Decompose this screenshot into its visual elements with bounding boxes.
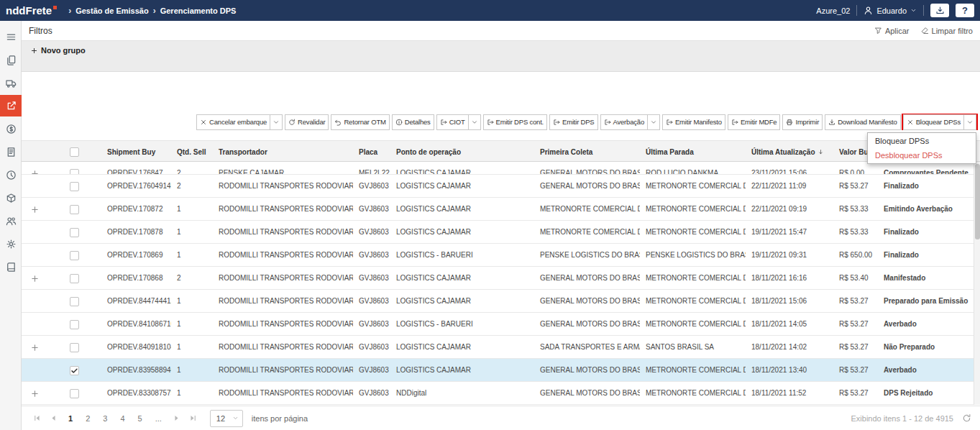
sidebar-item-emission[interactable] <box>0 95 22 116</box>
table-row[interactable]: OPRDEV.8330875791RODOMILLI TRANSPORTES R… <box>22 382 980 405</box>
user-menu[interactable]: Eduardo <box>864 6 917 15</box>
ciot-button[interactable]: CIOT <box>436 114 469 130</box>
column-header-primeira-coleta[interactable]: Primeira Coleta <box>534 141 640 163</box>
download-manifesto-button[interactable]: Download Manifesto <box>825 114 900 130</box>
dropdown-item-bloquear-dpss[interactable]: Bloquear DPSs <box>868 134 976 148</box>
column-header-transportador[interactable]: Transportador <box>213 141 353 163</box>
row-checkbox[interactable] <box>70 366 79 375</box>
sidebar-item-users[interactable] <box>0 210 22 232</box>
package-icon <box>6 193 17 203</box>
imprimir-button[interactable]: Imprimir <box>782 114 823 130</box>
page-size-select[interactable]: 12 <box>210 410 243 427</box>
ultima-atualizacao-cell: 18/11/2021 14:05 <box>746 313 833 336</box>
page-5-button[interactable]: 5 <box>133 414 147 423</box>
column-label: Transportador <box>219 148 267 156</box>
transportador-cell: RODOMILLI TRANSPORTES RODOVIARIOS L... <box>213 359 353 382</box>
revalidar-button[interactable]: Revalidar <box>285 114 329 130</box>
emitir-manifesto-button[interactable]: Emitir Manifesto <box>662 114 725 130</box>
next-page-button[interactable] <box>173 414 180 422</box>
row-checkbox[interactable] <box>70 320 79 329</box>
row-checkbox[interactable] <box>70 274 79 283</box>
row-checkbox[interactable] <box>70 343 79 352</box>
first-page-button[interactable] <box>33 414 41 422</box>
page-1-button[interactable]: 1 <box>63 414 78 423</box>
toolbar-group-detalhes: Detalhes <box>392 114 434 130</box>
expand-cell <box>22 382 47 405</box>
breadcrumb-item-gestao-de-emissao[interactable]: Gestão de Emissão <box>75 6 149 15</box>
column-header-shipment-buy[interactable]: Shipment Buy <box>101 141 171 163</box>
scrollbar-thumb[interactable] <box>975 164 980 239</box>
row-checkbox[interactable] <box>70 389 79 398</box>
column-header-checkbox[interactable] <box>47 141 101 163</box>
retornar-otm-button[interactable]: Retornar OTM <box>331 114 389 130</box>
expand-row-button[interactable] <box>30 343 40 352</box>
app-root: nddFrete › Gestão de Emissão › Gerenciam… <box>0 0 980 430</box>
table-row[interactable]: OPRDEV.8410867101RODOMILLI TRANSPORTES R… <box>22 313 980 336</box>
primeira-coleta-cell: METRONORTE COMERCIAL DE V... <box>534 221 640 244</box>
sidebar-item-clock[interactable] <box>0 164 22 186</box>
sidebar-item-package[interactable] <box>0 187 22 209</box>
table-row[interactable]: OPRDEV.1768472PENSKE CAJAMARMEL2L22LOGIS… <box>22 162 980 175</box>
emitir-dps-cont-button[interactable]: Emitir DPS cont. <box>483 114 547 130</box>
app-logo[interactable]: nddFrete <box>6 4 57 17</box>
sidebar-item-truck[interactable] <box>0 72 22 93</box>
bloquear-dpss-button[interactable]: Bloquear DPSs <box>903 114 964 130</box>
sidebar-item-menu[interactable] <box>0 26 22 47</box>
new-group-button[interactable]: Novo grupo <box>30 46 86 55</box>
page-2-button[interactable]: 2 <box>81 414 95 423</box>
sidebar-item-money[interactable] <box>0 118 22 139</box>
column-header-placa[interactable]: Placa <box>353 141 390 163</box>
averbacao-button[interactable]: Averbação <box>600 114 648 130</box>
vertical-scrollbar[interactable] <box>974 162 980 405</box>
row-checkbox[interactable] <box>70 205 79 214</box>
download-button[interactable] <box>930 4 949 17</box>
table-row[interactable]: OPRDEV.1708781RODOMILLI TRANSPORTES RODO… <box>22 221 980 244</box>
last-page-button[interactable] <box>189 414 197 422</box>
row-checkbox[interactable] <box>70 169 79 175</box>
help-button[interactable]: ? <box>956 4 974 17</box>
sidebar-item-settings[interactable] <box>0 233 22 255</box>
detalhes-button[interactable]: Detalhes <box>392 114 434 130</box>
row-checkbox[interactable] <box>70 228 79 237</box>
expand-row-button[interactable] <box>30 205 40 214</box>
emitir-dps-button[interactable]: Emitir DPS <box>549 114 597 130</box>
environment-label[interactable]: Azure_02 <box>816 6 850 15</box>
sidebar-item-invoice[interactable] <box>0 141 22 163</box>
table-row[interactable]: OPRDEV.1708691RODOMILLI TRANSPORTES RODO… <box>22 244 980 267</box>
expand-row-button[interactable] <box>30 169 40 175</box>
column-header-qtd-sell[interactable]: Qtd. Sell <box>171 141 213 163</box>
row-checkbox[interactable] <box>70 297 79 306</box>
export-icon <box>487 119 494 126</box>
row-checkbox[interactable] <box>70 251 79 260</box>
sidebar-item-book[interactable] <box>0 256 22 278</box>
select-all-checkbox[interactable] <box>70 147 79 157</box>
clear-filter-button[interactable]: Limpar filtro <box>921 27 973 35</box>
previous-page-button[interactable] <box>50 414 58 422</box>
averbacao-caret-button[interactable] <box>648 114 660 130</box>
column-header-ultima-parada[interactable]: Última Parada <box>640 141 746 163</box>
expand-row-button[interactable] <box>30 389 40 398</box>
bloquear-dpss-caret-button[interactable] <box>964 114 976 130</box>
emitir-mdfe-button[interactable]: Emitir MDFe <box>728 114 781 130</box>
table-row[interactable]: OPRDEV.8447444121RODOMILLI TRANSPORTES R… <box>22 290 980 313</box>
table-row[interactable]: OPRDEV.1708721RODOMILLI TRANSPORTES RODO… <box>22 198 980 221</box>
column-header-ponto-de-operacao[interactable]: Ponto de operação <box>390 141 534 163</box>
expand-row-button[interactable] <box>30 274 40 283</box>
table-row[interactable]: OPRDEV.8409181041RODOMILLI TRANSPORTES R… <box>22 336 980 359</box>
page-4-button[interactable]: 4 <box>115 414 129 423</box>
dropdown-item-desbloquear-dpss[interactable]: Desbloquear DPSs <box>868 148 976 163</box>
table-row[interactable]: OPRDEV.1760491452RODOMILLI TRANSPORTES R… <box>22 175 980 198</box>
page-3-button[interactable]: 3 <box>98 414 112 423</box>
ciot-caret-button[interactable] <box>469 114 481 130</box>
table-row[interactable]: OPRDEV.8395889461RODOMILLI TRANSPORTES R… <box>22 359 980 382</box>
row-checkbox[interactable] <box>70 182 79 191</box>
refresh-button[interactable] <box>962 413 971 423</box>
breadcrumb-item-gerenciamento-dps[interactable]: Gerenciamento DPS <box>160 6 237 15</box>
sidebar-item-documents[interactable] <box>0 49 22 70</box>
table-row[interactable]: OPRDEV.1708682RODOMILLI TRANSPORTES RODO… <box>22 267 980 290</box>
cancelar-embarque-caret-button[interactable] <box>270 114 283 130</box>
apply-filter-button[interactable]: Aplicar <box>874 27 910 35</box>
column-header-ultima-atualizacao[interactable]: Última Atualização <box>746 141 833 163</box>
page-ellipsis-button[interactable]: ... <box>150 414 167 423</box>
cancelar-embarque-button[interactable]: Cancelar embarque <box>196 114 270 130</box>
